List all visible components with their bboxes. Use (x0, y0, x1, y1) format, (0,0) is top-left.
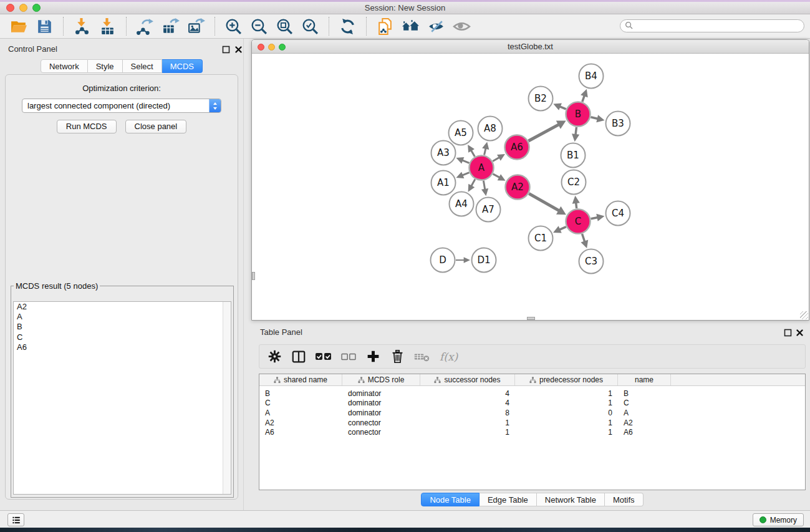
zoom-out-icon[interactable] (250, 17, 268, 36)
graph-edge-A-A1[interactable] (456, 172, 469, 178)
graph-node-B2[interactable]: B2 (529, 87, 553, 111)
graph-node-B4[interactable]: B4 (579, 64, 604, 89)
table-row[interactable]: A6connector11A6 (259, 427, 805, 437)
graph-edge-A-A3[interactable] (456, 157, 469, 164)
delete-trash-icon[interactable] (388, 349, 406, 364)
graph-node-D1[interactable]: D1 (472, 248, 496, 273)
column-header-predecessor-nodes[interactable]: predecessor nodes (515, 374, 618, 385)
export-image-icon[interactable] (187, 17, 205, 36)
graph-edge-B-B3[interactable] (591, 115, 604, 122)
mcds-result-item[interactable]: A6 (14, 342, 231, 352)
graph-edge-C-C2[interactable] (572, 196, 580, 208)
float-panel-icon[interactable] (222, 46, 231, 54)
graph-node-A6[interactable]: A6 (505, 135, 529, 160)
zoom-in-icon[interactable] (224, 17, 243, 36)
graph-edge-D-D1[interactable] (456, 257, 470, 263)
graph-node-B1[interactable]: B1 (561, 143, 586, 168)
home-icon[interactable] (402, 17, 420, 36)
graph-edge-A2-C[interactable] (529, 193, 566, 215)
float-table-panel-icon[interactable] (784, 329, 793, 337)
deselect-all-icon[interactable] (340, 351, 357, 363)
column-header-successor-nodes[interactable]: successor nodes (420, 374, 515, 385)
graph-node-A3[interactable]: A3 (432, 141, 456, 165)
export-network-icon[interactable] (136, 17, 154, 36)
zoom-view-button[interactable] (279, 44, 286, 51)
table-row[interactable]: Bdominator41B (259, 389, 805, 399)
tab-select[interactable]: Select (123, 59, 162, 73)
optimization-criterion-dropdown[interactable]: largest connected component (directed) (22, 99, 221, 113)
graph-edge-B-B2[interactable] (553, 103, 566, 110)
graph-node-C[interactable]: C (566, 210, 591, 234)
bottom-scroll-handle[interactable] (527, 317, 535, 320)
graph-edge-A-A5[interactable] (468, 145, 475, 157)
zoom-selected-icon[interactable] (301, 17, 319, 36)
graph-node-A5[interactable]: A5 (449, 121, 473, 145)
column-header-shared-name[interactable]: shared name (259, 374, 342, 385)
graph-node-B[interactable]: B (566, 102, 591, 127)
refresh-icon[interactable] (339, 17, 357, 36)
task-history-button[interactable] (7, 513, 24, 526)
memory-button[interactable]: Memory (753, 513, 804, 526)
close-view-button[interactable] (258, 44, 264, 51)
close-table-panel-icon[interactable] (796, 329, 804, 337)
zoom-window-button[interactable] (32, 4, 41, 12)
minimize-window-button[interactable] (19, 4, 27, 12)
network-canvas[interactable]: AA1A2A3A4A5A6A7A8BB1B2B3B4CC1C2C3C4DD1 (252, 54, 809, 320)
mcds-result-item[interactable]: A2 (14, 302, 231, 312)
result-scrollbar[interactable] (223, 302, 231, 494)
show-panel-icon[interactable] (453, 17, 471, 36)
close-window-button[interactable] (6, 4, 14, 12)
tab-style[interactable]: Style (88, 59, 123, 73)
network-graph[interactable]: AA1A2A3A4A5A6A7A8BB1B2B3B4CC1C2C3C4DD1 (252, 54, 809, 320)
tab-network[interactable]: Network (41, 59, 88, 73)
graph-node-A7[interactable]: A7 (476, 198, 501, 222)
tab-mcds[interactable]: MCDS (162, 59, 203, 73)
graph-node-B3[interactable]: B3 (606, 112, 630, 136)
left-scroll-handle[interactable] (252, 272, 255, 280)
tab-motifs[interactable]: Motifs (605, 493, 644, 506)
resize-grip-icon[interactable] (800, 311, 808, 319)
duplicate-network-icon[interactable] (376, 17, 394, 36)
mcds-result-item[interactable]: C (14, 332, 231, 342)
graph-node-A4[interactable]: A4 (450, 192, 474, 216)
graph-node-D[interactable]: D (431, 248, 455, 273)
search-field[interactable] (620, 19, 804, 32)
hide-panel-icon[interactable] (427, 17, 445, 36)
open-file-icon[interactable] (10, 17, 28, 36)
graph-node-A[interactable]: A (470, 156, 494, 180)
column-header-MCDS-role[interactable]: MCDS role (342, 374, 420, 385)
search-input[interactable] (633, 21, 804, 31)
close-panel-button[interactable]: Close panel (125, 120, 187, 133)
column-header-name[interactable]: name (618, 374, 671, 385)
minimize-view-button[interactable] (268, 44, 275, 51)
import-table-icon[interactable] (99, 17, 117, 36)
graph-node-C1[interactable]: C1 (529, 226, 553, 251)
zoom-fit-icon[interactable] (276, 17, 294, 36)
graph-edge-C-C1[interactable] (553, 226, 566, 233)
add-icon[interactable] (364, 349, 382, 364)
graph-edge-C-C4[interactable] (591, 214, 605, 221)
graph-edge-C-C3[interactable] (581, 234, 588, 248)
export-table-icon[interactable] (162, 17, 180, 36)
table-row[interactable]: A2connector11A2 (259, 418, 805, 428)
select-all-icon[interactable] (314, 350, 333, 364)
graph-node-A1[interactable]: A1 (432, 171, 456, 195)
close-panel-icon[interactable] (234, 46, 243, 54)
save-icon[interactable] (36, 17, 54, 36)
mcds-result-item[interactable]: A (14, 312, 231, 322)
graph-edge-B-B1[interactable] (572, 127, 579, 142)
graph-edge-A6-B[interactable] (528, 120, 566, 141)
table-row[interactable]: Adominator80A (259, 408, 805, 418)
graph-node-C2[interactable]: C2 (562, 170, 586, 195)
graph-edge-A-A7[interactable] (481, 181, 488, 196)
mcds-result-item[interactable]: B (14, 322, 231, 332)
graph-node-A2[interactable]: A2 (506, 175, 530, 200)
graph-node-A8[interactable]: A8 (478, 117, 503, 141)
graph-edge-B-B4[interactable] (581, 89, 588, 102)
table-row[interactable]: Cdominator41C (259, 399, 805, 409)
graph-edge-A-A6[interactable] (493, 154, 505, 161)
graph-edge-A-A2[interactable] (493, 174, 506, 181)
run-mcds-button[interactable]: Run MCDS (57, 120, 117, 133)
import-network-icon[interactable] (73, 17, 91, 36)
tab-network-table[interactable]: Network Table (537, 493, 605, 506)
